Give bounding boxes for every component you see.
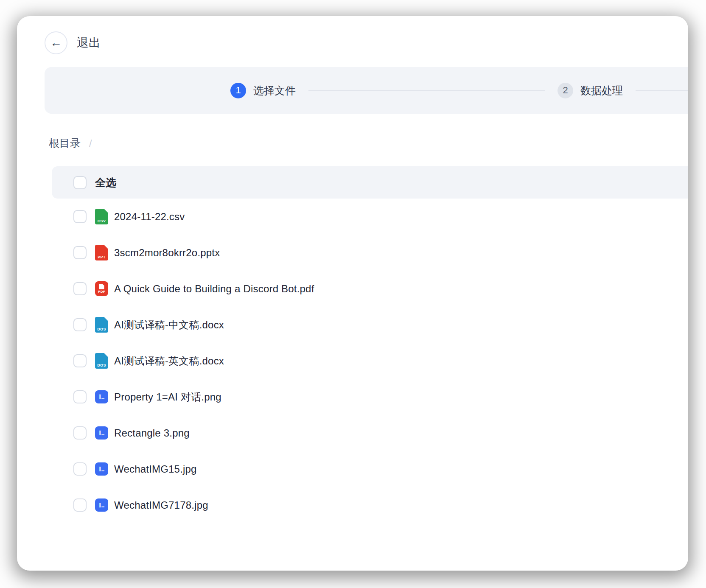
file-row[interactable]: I.. Rectangle 3.png [52, 415, 688, 451]
file-icon-badge: PPT [98, 255, 105, 259]
file-checkbox[interactable] [73, 462, 87, 476]
file-checkbox[interactable] [73, 426, 87, 440]
img-file-icon: I.. [95, 462, 108, 476]
file-name: 2024-11-22.csv [114, 211, 185, 223]
file-checkbox[interactable] [73, 354, 87, 367]
back-button[interactable]: ← [45, 31, 67, 54]
file-icon-badge: I.. [98, 502, 104, 509]
file-icon-badge: I.. [98, 394, 104, 400]
select-all-checkbox[interactable] [73, 176, 87, 189]
file-checkbox[interactable] [73, 318, 87, 331]
file-name: A Quick Guide to Building a Discord Bot.… [114, 283, 314, 295]
file-icon-badge: DOS [97, 328, 106, 331]
doc-file-icon: DOS [95, 317, 108, 333]
ppt-file-icon: PPT [95, 245, 108, 260]
stepper-connector [308, 90, 545, 91]
select-all-bar: 全选 [52, 166, 688, 199]
exit-label: 退出 [77, 35, 101, 51]
breadcrumb: 根目录 / [49, 136, 92, 150]
doc-file-icon: DOS [95, 353, 108, 369]
file-checkbox[interactable] [73, 210, 87, 223]
left-arrow-icon: ← [50, 36, 62, 50]
img-file-icon: I.. [95, 390, 108, 403]
file-name: AI测试译稿-英文稿.docx [114, 354, 224, 368]
breadcrumb-root-link[interactable]: 根目录 [49, 136, 81, 150]
file-icon-badge: DOS [97, 364, 106, 367]
csv-file-icon: CSV [95, 209, 108, 224]
file-checkbox[interactable] [73, 282, 87, 295]
file-icon-badge: PDF [98, 290, 105, 294]
file-name: 3scm2mor8okrr2o.pptx [114, 247, 220, 259]
file-name: Property 1=AI 对话.png [114, 390, 221, 404]
step-1-circle: 1 [230, 83, 246, 98]
file-name: WechatIMG15.jpg [114, 463, 197, 475]
file-icon-badge: I.. [98, 430, 104, 437]
file-checkbox[interactable] [73, 246, 87, 259]
file-icon-badge: CSV [98, 219, 106, 223]
step-2-circle: 2 [558, 83, 573, 98]
step-2-label: 数据处理 [580, 84, 623, 98]
file-row[interactable]: DOS AI测试译稿-中文稿.docx [52, 307, 688, 343]
header-bar: ← 退出 [45, 31, 101, 54]
file-row[interactable]: DOS AI测试译稿-英文稿.docx [52, 343, 688, 379]
file-icon-badge: I.. [98, 466, 104, 473]
file-row[interactable]: I.. WechatIMG7178.jpg [52, 487, 688, 523]
stepper-bar: 1 选择文件 2 数据处理 [45, 67, 688, 114]
file-row[interactable]: CSV 2024-11-22.csv [52, 199, 688, 235]
file-row[interactable]: PDF A Quick Guide to Building a Discord … [52, 271, 688, 307]
file-list: CSV 2024-11-22.csv PPT 3scm2mor8okrr2o.p… [52, 199, 688, 523]
img-file-icon: I.. [95, 426, 108, 440]
pdf-file-icon: PDF [95, 281, 108, 296]
file-picker-window: ← 退出 1 选择文件 2 数据处理 根目录 / 全选 CSV 2024-11-… [17, 16, 688, 571]
step-1-label: 选择文件 [253, 84, 296, 98]
breadcrumb-separator: / [89, 137, 92, 149]
select-all-label: 全选 [95, 176, 116, 190]
stepper-connector [636, 90, 688, 91]
img-file-icon: I.. [95, 498, 108, 512]
pdf-page-glyph [99, 284, 104, 289]
file-checkbox[interactable] [73, 390, 87, 403]
file-name: WechatIMG7178.jpg [114, 499, 208, 511]
file-name: AI测试译稿-中文稿.docx [114, 318, 224, 332]
step-data-processing[interactable]: 2 数据处理 [558, 83, 623, 98]
file-name: Rectangle 3.png [114, 427, 190, 439]
file-row[interactable]: I.. WechatIMG15.jpg [52, 451, 688, 487]
file-checkbox[interactable] [73, 498, 87, 512]
step-select-files[interactable]: 1 选择文件 [230, 83, 296, 98]
file-row[interactable]: I.. Property 1=AI 对话.png [52, 379, 688, 415]
file-row[interactable]: PPT 3scm2mor8okrr2o.pptx [52, 235, 688, 271]
